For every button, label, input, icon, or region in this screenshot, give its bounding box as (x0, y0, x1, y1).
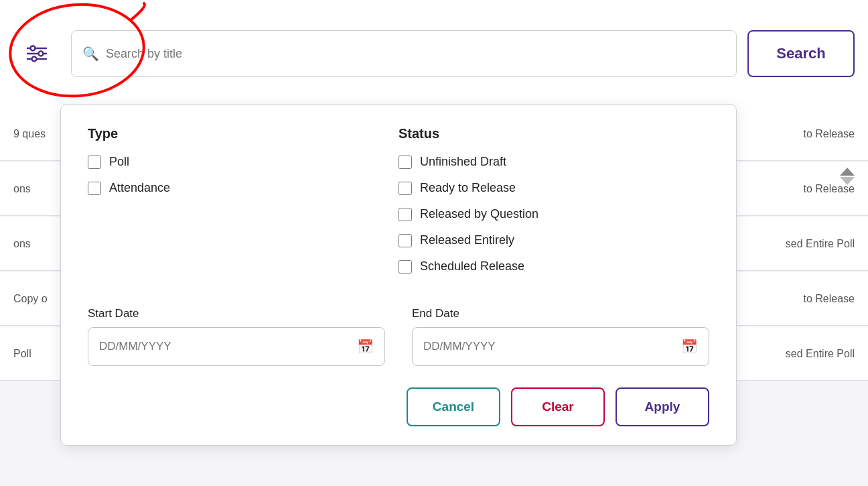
cancel-button[interactable]: Cancel (407, 387, 500, 426)
type-poll-label[interactable]: Poll (109, 155, 129, 169)
status-released-by-question-label[interactable]: Released by Question (420, 207, 538, 221)
end-date-group: End Date 📅 (412, 307, 709, 366)
search-button[interactable]: Search (747, 30, 855, 77)
status-scheduled-release-checkbox[interactable] (399, 260, 412, 274)
type-attendance-checkbox[interactable] (88, 182, 101, 195)
status-ready-to-release-checkbox[interactable] (399, 182, 412, 195)
svg-point-3 (31, 46, 35, 51)
type-label: Type (88, 126, 399, 141)
end-date-calendar-icon: 📅 (681, 339, 698, 355)
status-scheduled-release-label[interactable]: Scheduled Release (420, 259, 524, 274)
action-buttons: Cancel Clear Apply (88, 387, 709, 426)
status-unfinished-draft-checkbox[interactable] (399, 156, 412, 169)
search-input[interactable] (106, 47, 725, 61)
search-icon: 🔍 (82, 46, 99, 62)
filter-icon-button[interactable] (13, 30, 60, 77)
status-released-by-question-checkbox[interactable] (399, 208, 412, 221)
end-date-input[interactable] (423, 340, 681, 353)
status-label: Status (399, 126, 709, 141)
end-date-wrapper: 📅 (412, 327, 709, 366)
type-poll-row: Poll (88, 155, 399, 169)
status-released-entirely-checkbox[interactable] (399, 234, 412, 247)
end-date-label: End Date (412, 307, 709, 320)
svg-marker-8 (840, 177, 855, 185)
type-column: Type Poll Attendance (88, 126, 399, 286)
apply-button[interactable]: Apply (616, 387, 709, 426)
status-released-entirely-row: Released Entirely (399, 233, 709, 247)
date-section: Start Date 📅 End Date 📅 (88, 307, 709, 366)
type-attendance-label[interactable]: Attendance (109, 181, 170, 195)
status-unfinished-draft-label[interactable]: Unfinished Draft (420, 155, 506, 169)
search-input-wrapper: 🔍 (71, 30, 737, 77)
start-date-calendar-icon: 📅 (357, 339, 374, 355)
status-scheduled-release-row: Scheduled Release (399, 259, 709, 274)
start-date-input[interactable] (99, 340, 357, 353)
svg-point-5 (32, 57, 37, 62)
start-date-wrapper: 📅 (88, 327, 385, 366)
status-unfinished-row: Unfinished Draft (399, 155, 709, 169)
status-ready-row: Ready to Release (399, 181, 709, 195)
svg-marker-7 (840, 168, 855, 176)
status-column: Status Unfinished Draft Ready to Release… (399, 126, 709, 286)
start-date-group: Start Date 📅 (88, 307, 385, 366)
filter-panel: Type Poll Attendance Status Unfinished D… (60, 104, 737, 446)
status-released-by-question-row: Released by Question (399, 207, 709, 221)
type-poll-checkbox[interactable] (88, 156, 101, 169)
status-ready-to-release-label[interactable]: Ready to Release (420, 181, 516, 195)
top-bar: 🔍 Search (0, 0, 868, 107)
type-attendance-row: Attendance (88, 181, 399, 195)
start-date-label: Start Date (88, 307, 385, 320)
svg-point-4 (39, 52, 44, 56)
clear-button[interactable]: Clear (511, 387, 605, 426)
status-released-entirely-label[interactable]: Released Entirely (420, 233, 514, 247)
sort-icons[interactable] (840, 168, 855, 185)
